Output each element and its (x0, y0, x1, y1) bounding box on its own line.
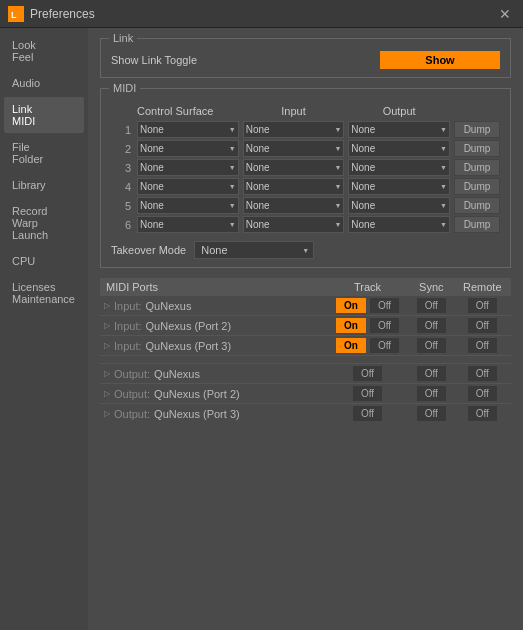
output-port-name-2: ▷ Output: QuNexus (Port 2) (100, 384, 326, 404)
input-track-on-2[interactable]: On (336, 318, 366, 333)
sidebar: LookFeel Audio LinkMIDI FileFolder Libra… (0, 28, 88, 630)
port-type-label-2: Input: (114, 320, 142, 332)
cs-select-6[interactable]: None (137, 216, 239, 233)
cs-select-6-wrapper: None (137, 216, 239, 233)
midi-column-headers: Control Surface Input Output (111, 103, 500, 119)
cs-select-5[interactable]: None (137, 197, 239, 214)
input-track-off-3[interactable]: Off (370, 338, 399, 353)
output-port-name-text-3: QuNexus (Port 3) (154, 408, 240, 420)
input-track-on-1[interactable]: On (336, 298, 366, 313)
port-type-out-label-1: Output: (114, 368, 150, 380)
output-select-4[interactable]: None (348, 178, 450, 195)
input-track-on-3[interactable]: On (336, 338, 366, 353)
sidebar-item-library[interactable]: Library (4, 173, 84, 197)
port-type-out-label-2: Output: (114, 388, 150, 400)
output-sync-off-3[interactable]: Off (417, 406, 446, 421)
input-select-6-wrapper: None (243, 216, 345, 233)
input-select-4[interactable]: None (243, 178, 345, 195)
input-track-cell-2: On Off (326, 316, 409, 336)
dump-btn-4[interactable]: Dump (454, 178, 500, 195)
midi-row-6: 6 None None None Dump (111, 216, 500, 233)
main-layout: LookFeel Audio LinkMIDI FileFolder Libra… (0, 28, 523, 630)
input-sync-off-1[interactable]: Off (417, 298, 446, 313)
output-select-1-wrapper: None (348, 121, 450, 138)
output-remote-cell-3: Off (454, 404, 511, 424)
output-select-6[interactable]: None (348, 216, 450, 233)
output-track-off-3[interactable]: Off (353, 406, 382, 421)
output-remote-off-1[interactable]: Off (468, 366, 497, 381)
sidebar-item-audio[interactable]: Audio (4, 71, 84, 95)
input-sync-off-3[interactable]: Off (417, 338, 446, 353)
output-select-2[interactable]: None (348, 140, 450, 157)
output-remote-cell-2: Off (454, 384, 511, 404)
input-remote-cell-2: Off (454, 316, 511, 336)
row-num-2: 2 (111, 143, 135, 155)
expand-triangle-2[interactable]: ▷ (104, 321, 110, 330)
dump-btn-5[interactable]: Dump (454, 197, 500, 214)
input-select-1[interactable]: None (243, 121, 345, 138)
output-select-3-wrapper: None (348, 159, 450, 176)
input-port-name-3: ▷ Input: QuNexus (Port 3) (100, 336, 326, 356)
sidebar-item-record-warp[interactable]: RecordWarpLaunch (4, 199, 84, 247)
sidebar-item-look-feel[interactable]: LookFeel (4, 33, 84, 69)
cs-select-4[interactable]: None (137, 178, 239, 195)
input-track-off-2[interactable]: Off (370, 318, 399, 333)
output-port-row-3: ▷ Output: QuNexus (Port 3) Off Off (100, 404, 511, 424)
output-track-cell-1: Off (326, 364, 409, 384)
dump-btn-3[interactable]: Dump (454, 159, 500, 176)
port-name-text-3: QuNexus (Port 3) (146, 340, 232, 352)
midi-row-5: 5 None None None Dump (111, 197, 500, 214)
input-track-off-1[interactable]: Off (370, 298, 399, 313)
input-remote-off-3[interactable]: Off (468, 338, 497, 353)
takeover-select[interactable]: None (194, 241, 314, 259)
port-type-out-label-3: Output: (114, 408, 150, 420)
col-header-remote: Remote (454, 278, 511, 296)
output-select-1[interactable]: None (348, 121, 450, 138)
midi-row-1: 1 None None None Dump (111, 121, 500, 138)
cs-select-3[interactable]: None (137, 159, 239, 176)
output-remote-off-3[interactable]: Off (468, 406, 497, 421)
expand-triangle-out-3[interactable]: ▷ (104, 409, 110, 418)
dump-btn-2[interactable]: Dump (454, 140, 500, 157)
input-port-row-3: ▷ Input: QuNexus (Port 3) On Off O (100, 336, 511, 356)
output-port-row-1: ▷ Output: QuNexus Off Off (100, 364, 511, 384)
cs-select-5-wrapper: None (137, 197, 239, 214)
input-track-cell-3: On Off (326, 336, 409, 356)
show-link-button[interactable]: Show (380, 51, 500, 69)
takeover-select-wrapper: None (194, 241, 314, 259)
input-select-3[interactable]: None (243, 159, 345, 176)
expand-triangle-out-1[interactable]: ▷ (104, 369, 110, 378)
dump-btn-1[interactable]: Dump (454, 121, 500, 138)
input-sync-off-2[interactable]: Off (417, 318, 446, 333)
output-select-5[interactable]: None (348, 197, 450, 214)
col-header-midi-ports: MIDI Ports (100, 278, 326, 296)
output-track-off-1[interactable]: Off (353, 366, 382, 381)
output-remote-off-2[interactable]: Off (468, 386, 497, 401)
input-select-3-wrapper: None (243, 159, 345, 176)
sidebar-item-file-folder[interactable]: FileFolder (4, 135, 84, 171)
input-select-5[interactable]: None (243, 197, 345, 214)
output-track-off-2[interactable]: Off (353, 386, 382, 401)
input-select-6[interactable]: None (243, 216, 345, 233)
row-num-5: 5 (111, 200, 135, 212)
output-select-3[interactable]: None (348, 159, 450, 176)
close-button[interactable]: ✕ (495, 6, 515, 22)
cs-select-2[interactable]: None (137, 140, 239, 157)
output-sync-off-2[interactable]: Off (417, 386, 446, 401)
sidebar-item-cpu[interactable]: CPU (4, 249, 84, 273)
sidebar-item-link-midi[interactable]: LinkMIDI (4, 97, 84, 133)
dump-btn-6[interactable]: Dump (454, 216, 500, 233)
cs-select-1[interactable]: None (137, 121, 239, 138)
input-select-2[interactable]: None (243, 140, 345, 157)
input-remote-off-1[interactable]: Off (468, 298, 497, 313)
row-num-6: 6 (111, 219, 135, 231)
output-track-cell-2: Off (326, 384, 409, 404)
expand-triangle-out-2[interactable]: ▷ (104, 389, 110, 398)
midi-row-2: 2 None None None Dump (111, 140, 500, 157)
output-sync-off-1[interactable]: Off (417, 366, 446, 381)
input-port-row-1: ▷ Input: QuNexus On Off Off (100, 296, 511, 316)
sidebar-item-licenses[interactable]: LicensesMaintenance (4, 275, 84, 311)
expand-triangle-1[interactable]: ▷ (104, 301, 110, 310)
expand-triangle-3[interactable]: ▷ (104, 341, 110, 350)
input-remote-off-2[interactable]: Off (468, 318, 497, 333)
